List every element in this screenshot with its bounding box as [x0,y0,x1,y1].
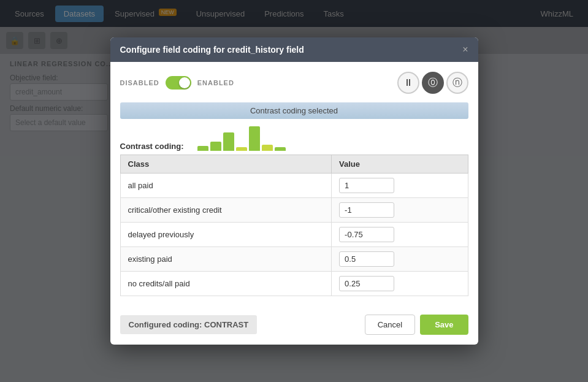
toggle-knob [179,77,190,88]
chart-bar-4 [236,147,247,151]
coding-icons: ⏸ ⓪ ⓝ [397,72,468,94]
chart-bar-6 [262,145,273,151]
value-cell [332,272,468,296]
chart-bar-1 [197,146,208,151]
table-row: all paid [120,174,468,198]
contrast-coding-button[interactable]: ⓪ [422,72,444,94]
nominal-coding-button[interactable]: ⓝ [446,72,468,94]
value-cell [332,174,468,198]
mini-chart [197,126,286,151]
table-row: critical/other existing credit [120,198,468,223]
dialog: Configure field coding for credit_histor… [110,37,478,345]
class-cell: delayed previously [120,223,332,247]
dialog-footer: Configured coding: CONTRAST Cancel Save [110,315,478,345]
class-cell: critical/other existing credit [120,198,332,223]
dialog-title: Configure field coding for credit_histor… [120,45,304,55]
table-row: existing paid [120,247,468,272]
value-cell [332,223,468,247]
dummy-coding-button[interactable]: ⏸ [397,72,419,94]
value-input-2[interactable] [339,227,394,242]
table-row: no credits/all paid [120,272,468,296]
value-input-3[interactable] [339,251,394,267]
cancel-button[interactable]: Cancel [365,315,415,335]
value-input-1[interactable] [339,202,394,218]
modal-overlay: Configure field coding for credit_histor… [0,0,588,382]
chart-bar-5 [249,126,260,151]
dialog-header: Configure field coding for credit_histor… [110,37,478,62]
selected-banner: Contrast coding selected [120,102,468,119]
save-button[interactable]: Save [420,315,468,335]
col-value: Value [332,155,468,174]
chart-bar-2 [210,142,221,151]
value-input-0[interactable] [339,178,394,193]
chart-bar-3 [223,132,234,151]
coding-section-label: Contrast coding: [120,126,468,151]
configured-label: Configured coding: CONTRAST [120,315,258,334]
toggle-switch[interactable] [166,76,191,90]
close-button[interactable]: × [462,45,468,55]
class-cell: all paid [120,174,332,198]
disabled-label: DISABLED [120,79,159,86]
enabled-label: ENABLED [197,79,234,86]
toggle-group: DISABLED ENABLED [120,76,234,90]
footer-buttons: Cancel Save [365,315,468,335]
value-cell [332,247,468,272]
chart-bar-7 [275,147,286,151]
table-row: delayed previously [120,223,468,247]
dialog-body: DISABLED ENABLED ⏸ ⓪ ⓝ Contrast coding s… [110,62,478,315]
value-input-4[interactable] [339,276,394,291]
value-cell [332,198,468,223]
toggle-row: DISABLED ENABLED ⏸ ⓪ ⓝ [120,72,468,94]
class-cell: no credits/all paid [120,272,332,296]
configured-value: CONTRAST [204,320,248,329]
col-class: Class [120,155,332,174]
class-cell: existing paid [120,247,332,272]
coding-table: Class Value all paidcritical/other exist… [120,155,468,296]
